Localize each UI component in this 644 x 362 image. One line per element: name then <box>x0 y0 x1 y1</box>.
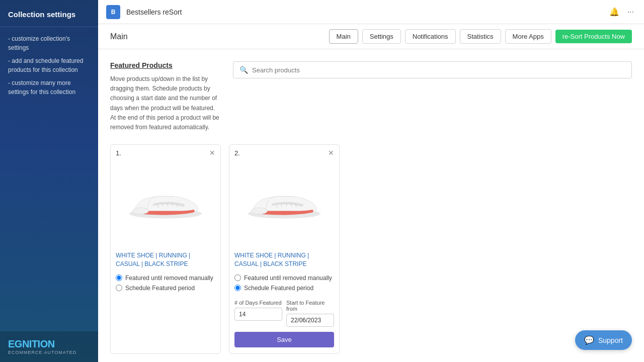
support-label: Support <box>598 336 623 344</box>
tab-more-apps[interactable]: More Apps <box>505 29 551 44</box>
product-card-2-name: WHITE SHOE | RUNNING | CASUAL | BLACK ST… <box>229 246 339 272</box>
shoe-image-2 <box>244 181 325 226</box>
sidebar-nav-item-3: - customize many more settings for this … <box>8 78 90 97</box>
app-title: Bestsellers reSort <box>126 8 603 16</box>
save-button[interactable]: Save <box>234 332 334 347</box>
product-card-2-image <box>229 161 339 246</box>
tab-main[interactable]: Main <box>329 29 358 44</box>
main-content: B Bestsellers reSort 🔔 ··· Main Main Set… <box>98 0 644 362</box>
product-card-1-radio-schedule[interactable]: Schedule Featured period <box>116 285 215 292</box>
product-card-1-close[interactable]: ✕ <box>209 149 215 157</box>
search-input[interactable] <box>252 66 625 74</box>
sidebar: Collection settings - customize collecti… <box>0 0 98 362</box>
product-card-2-radio-manual-label: Featured until removed manually <box>244 275 332 282</box>
search-area: 🔍 <box>233 61 632 132</box>
product-card-2-index: 2. <box>234 149 240 157</box>
sidebar-brand: EGNITION ECOMMERCE AUTOMATED <box>0 331 98 362</box>
date-input[interactable] <box>286 314 334 327</box>
featured-section: Featured Products Move products up/down … <box>110 61 632 132</box>
page-header: Main Main Settings Notifications Statist… <box>98 24 644 49</box>
content-inner: Featured Products Move products up/down … <box>98 49 644 362</box>
product-card-1-radio-schedule-input[interactable] <box>116 285 122 291</box>
sidebar-nav-item-2: - add and schedule featured products for… <box>8 56 90 74</box>
brand-logo-gnition: GNITION <box>15 338 55 349</box>
product-card-1-radio-manual[interactable]: Featured until removed manually <box>116 275 215 282</box>
product-card-2-radio-manual[interactable]: Featured until removed manually <box>234 275 334 282</box>
days-label: # of Days Featured <box>234 300 282 306</box>
product-card-1-radio-manual-label: Featured until removed manually <box>125 275 213 282</box>
date-label: Start to Feature from <box>286 300 334 312</box>
product-card-1: 1. ✕ <box>110 144 221 354</box>
support-button[interactable]: 💬 Support <box>575 330 632 350</box>
product-card-1-radio-schedule-label: Schedule Featured period <box>125 285 195 292</box>
svg-point-6 <box>132 208 148 214</box>
brand-logo-e: E <box>8 338 15 349</box>
brand-sub: ECOMMERCE AUTOMATED <box>8 350 90 355</box>
search-box: 🔍 <box>233 61 632 78</box>
days-field-group: # of Days Featured <box>234 300 282 327</box>
products-row: 1. ✕ <box>110 144 632 354</box>
sidebar-nav: - customize collection's settings - add … <box>0 27 98 108</box>
product-card-1-name: WHITE SHOE | RUNNING | CASUAL | BLACK ST… <box>111 246 220 272</box>
featured-description: Featured Products Move products up/down … <box>110 61 221 132</box>
topbar: B Bestsellers reSort 🔔 ··· <box>98 0 644 24</box>
svg-point-13 <box>251 208 267 214</box>
sidebar-nav-item-1: - customize collection's settings <box>8 34 90 52</box>
shoe-image-1 <box>125 181 206 226</box>
brand-logo: EGNITION <box>8 338 90 350</box>
product-card-1-index: 1. <box>116 149 121 157</box>
search-icon: 🔍 <box>239 66 248 74</box>
support-icon: 💬 <box>584 335 594 345</box>
schedule-fields: # of Days Featured Start to Feature from… <box>234 296 334 347</box>
app-logo-letter: B <box>111 9 116 16</box>
tab-statistics[interactable]: Statistics <box>460 29 501 44</box>
tab-notifications[interactable]: Notifications <box>405 29 456 44</box>
fields-row: # of Days Featured Start to Feature from <box>234 300 334 327</box>
more-icon[interactable]: ··· <box>625 6 636 19</box>
product-card-2: 2. ✕ <box>229 144 340 354</box>
product-card-2-options: Featured until removed manually Schedule… <box>229 272 339 353</box>
resort-button[interactable]: re-Sort Products Now <box>555 30 632 43</box>
product-card-2-radio-manual-input[interactable] <box>234 275 241 281</box>
page-title: Main <box>110 32 325 41</box>
sidebar-title: Collection settings <box>0 0 98 27</box>
featured-desc-text: Move products up/down in the list by dra… <box>110 74 221 132</box>
bell-icon[interactable]: 🔔 <box>607 5 621 19</box>
date-field-group: Start to Feature from <box>286 300 334 327</box>
product-card-1-header: 1. ✕ <box>111 145 220 161</box>
days-input[interactable] <box>234 308 282 321</box>
tab-settings[interactable]: Settings <box>362 29 401 44</box>
featured-title: Featured Products <box>110 61 221 69</box>
product-card-2-radio-schedule-input[interactable] <box>234 285 241 291</box>
product-card-1-radio-manual-input[interactable] <box>116 275 122 281</box>
content-area: Featured Products Move products up/down … <box>98 49 644 362</box>
product-card-2-close[interactable]: ✕ <box>328 149 334 157</box>
product-card-2-radio-schedule-label: Schedule Featured period <box>244 285 313 292</box>
product-card-1-options: Featured until removed manually Schedule… <box>111 272 220 301</box>
product-card-2-header: 2. ✕ <box>229 145 339 161</box>
product-card-2-radio-schedule[interactable]: Schedule Featured period <box>234 285 334 292</box>
product-card-1-image <box>111 161 220 246</box>
app-logo: B <box>106 5 120 19</box>
